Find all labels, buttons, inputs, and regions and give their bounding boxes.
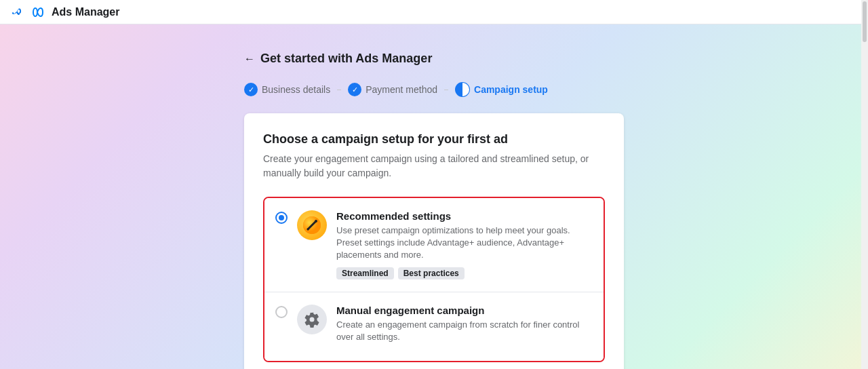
step-payment-method: ✓ Payment method [348, 83, 437, 96]
manual-desc: Create an engagement campaign from scrat… [336, 319, 593, 343]
step-check-payment-icon: ✓ [348, 83, 361, 96]
gear-icon [304, 311, 320, 328]
recommended-icon [297, 210, 327, 240]
step-divider-2 [444, 90, 448, 90]
tag-streamlined: Streamlined [336, 267, 394, 279]
tag-best-practices: Best practices [398, 267, 465, 279]
recommended-option[interactable]: Recommended settings Use preset campaign… [264, 198, 604, 292]
recommended-content: Recommended settings Use preset campaign… [336, 210, 593, 279]
back-arrow-icon: ← [244, 53, 255, 65]
scrollbar-thumb[interactable] [863, 1, 867, 42]
step-payment-method-label: Payment method [366, 84, 437, 95]
meta-icon [31, 5, 46, 20]
recommended-radio[interactable] [275, 212, 288, 224]
progress-stepper: ✓ Business details ✓ Payment method [244, 82, 624, 97]
page-title: Get started with Ads Manager [260, 52, 432, 66]
scrollbar[interactable] [861, 0, 868, 369]
app-title: Ads Manager [52, 6, 119, 18]
recommended-tags: Streamlined Best practices [336, 267, 593, 279]
step-campaign-setup: Campaign setup [455, 82, 548, 97]
app-header: Ads Manager [0, 0, 868, 24]
svg-line-6 [307, 229, 309, 230]
card-description: Create your engagement campaign using a … [263, 152, 605, 180]
meta-logo-icon [11, 5, 26, 20]
step-business-details-label: Business details [262, 84, 330, 95]
manual-option[interactable]: Manual engagement campaign Create an eng… [264, 292, 604, 361]
card-title: Choose a campaign setup for your first a… [263, 132, 605, 147]
step-check-icon: ✓ [244, 83, 258, 96]
back-navigation[interactable]: ← Get started with Ads Manager [244, 52, 624, 66]
campaign-setup-card: Choose a campaign setup for your first a… [244, 113, 624, 369]
svg-point-7 [315, 220, 317, 222]
campaign-options: Recommended settings Use preset campaign… [263, 197, 605, 362]
manual-icon [297, 305, 327, 334]
manual-title: Manual engagement campaign [336, 305, 593, 316]
step-active-icon [455, 82, 470, 97]
main-content: ← Get started with Ads Manager ✓ Busines… [0, 24, 868, 369]
step-business-details: ✓ Business details [244, 83, 330, 96]
step-campaign-setup-label: Campaign setup [474, 84, 548, 95]
step-divider-1 [337, 90, 341, 90]
manual-radio[interactable] [275, 306, 288, 318]
recommended-desc: Use preset campaign optimizations to hel… [336, 225, 593, 262]
wand-icon [302, 216, 321, 235]
manual-content: Manual engagement campaign Create an eng… [336, 305, 593, 349]
recommended-title: Recommended settings [336, 210, 593, 222]
